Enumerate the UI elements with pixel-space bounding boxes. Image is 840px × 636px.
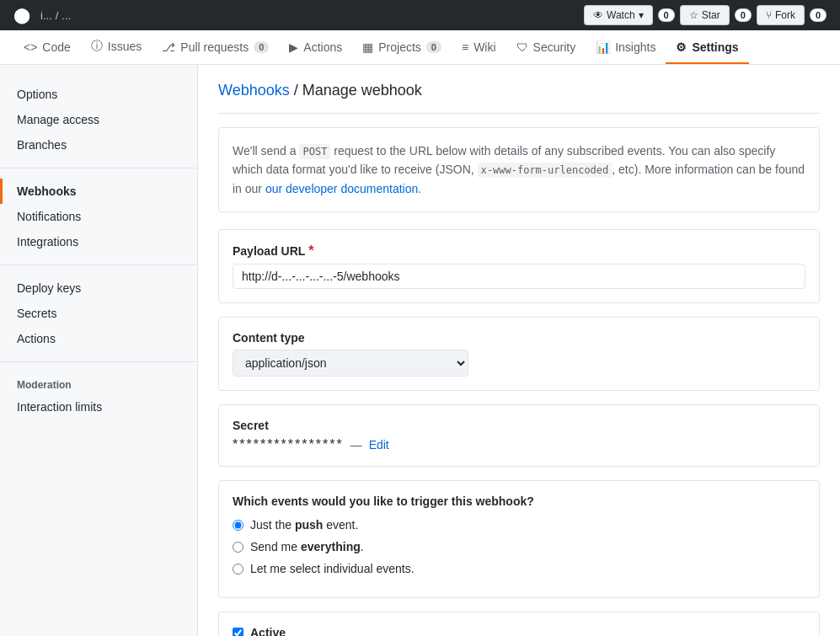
- required-indicator: *: [308, 243, 313, 259]
- fork-label: Fork: [775, 9, 795, 21]
- main-content: Webhooks / Manage webhook We'll send a P…: [198, 65, 840, 636]
- events-title: Which events would you like to trigger t…: [233, 494, 805, 508]
- nav-item-wiki[interactable]: ≡ Wiki: [452, 32, 506, 64]
- sidebar-item-options[interactable]: Options: [0, 82, 197, 107]
- secret-separator: —: [350, 438, 362, 452]
- secret-label: Secret: [233, 419, 805, 432]
- active-text: Active We will deliver event details whe…: [250, 626, 500, 636]
- actions-icon: ▶: [289, 40, 298, 54]
- nav-item-actions[interactable]: ▶ Actions: [279, 32, 352, 64]
- individual-radio[interactable]: [233, 564, 243, 575]
- sidebar-divider-2: [0, 265, 197, 265]
- active-row: Active We will deliver event details whe…: [233, 626, 805, 636]
- sidebar-item-secrets[interactable]: Secrets: [0, 301, 197, 326]
- webhooks-breadcrumb-link[interactable]: Webhooks: [218, 82, 290, 99]
- nav-item-insights[interactable]: 📊 Insights: [586, 32, 666, 64]
- content-type-section: Content type application/json applicatio…: [218, 317, 820, 391]
- watch-label: Watch: [607, 9, 635, 21]
- payload-url-section: Payload URL *: [218, 229, 820, 303]
- insights-icon: 📊: [596, 40, 610, 54]
- payload-url-label: Payload URL *: [233, 243, 805, 259]
- star-icon: ☆: [689, 9, 698, 21]
- moderation-section-label: Moderation: [0, 372, 197, 394]
- info-text-4: .: [418, 182, 421, 195]
- star-count: 0: [735, 8, 752, 22]
- pr-badge: 0: [254, 41, 269, 53]
- content-type-label: Content type: [233, 331, 805, 345]
- top-bar-actions: 👁 Watch ▾ 0 ☆ Star 0 ⑂ Fork 0: [584, 5, 827, 25]
- repo-nav: <> Code ⓘ Issues ⎇ Pull requests 0 ▶ Act…: [0, 30, 840, 65]
- active-checkbox[interactable]: [233, 628, 243, 636]
- sidebar-item-integrations[interactable]: Integrations: [0, 229, 197, 254]
- nav-item-security[interactable]: 🛡 Security: [506, 32, 586, 64]
- info-description: We'll send a POST request to the URL bel…: [218, 127, 820, 212]
- content-type-select[interactable]: application/json application/x-www-form-…: [233, 350, 468, 377]
- everything-label[interactable]: Send me everything.: [250, 540, 364, 553]
- breadcrumb: i... / ...: [40, 9, 71, 22]
- active-section: Active We will deliver event details whe…: [218, 612, 820, 636]
- wiki-icon: ≡: [462, 40, 468, 54]
- active-label: Active: [250, 626, 500, 636]
- event-option-just-push: Just the push event.: [233, 518, 805, 532]
- urlencoded-code: x-www-form-urlencoded: [478, 163, 613, 178]
- sidebar-item-interaction-limits[interactable]: Interaction limits: [0, 394, 197, 420]
- events-section: Which events would you like to trigger t…: [218, 480, 820, 598]
- watch-count: 0: [658, 8, 675, 22]
- secret-section: Secret **************** — Edit: [218, 404, 820, 467]
- settings-icon: ⚙: [676, 40, 687, 54]
- nav-item-issues[interactable]: ⓘ Issues: [81, 30, 152, 64]
- nav-item-settings[interactable]: ⚙ Settings: [666, 32, 748, 64]
- sidebar-item-deploy-keys[interactable]: Deploy keys: [0, 275, 197, 301]
- watch-button[interactable]: 👁 Watch ▾: [584, 5, 653, 25]
- secret-row: **************** — Edit: [233, 437, 805, 452]
- top-bar: ⬤ i... / ... 👁 Watch ▾ 0 ☆ Star 0 ⑂ Fork…: [0, 0, 840, 30]
- projects-badge: 0: [426, 41, 441, 53]
- pr-icon: ⎇: [162, 40, 175, 54]
- star-button[interactable]: ☆ Star: [680, 5, 730, 25]
- event-option-everything: Send me everything.: [233, 540, 805, 553]
- manage-webhook-title: Manage webhook: [302, 82, 422, 99]
- individual-label[interactable]: Let me select individual events.: [250, 562, 415, 575]
- security-icon: 🛡: [516, 40, 528, 54]
- nav-item-pull-requests[interactable]: ⎇ Pull requests 0: [152, 32, 279, 64]
- developer-docs-link[interactable]: our developer documentation: [265, 182, 418, 195]
- secret-edit-link[interactable]: Edit: [369, 438, 389, 452]
- post-code: POST: [299, 144, 330, 159]
- payload-url-input[interactable]: [233, 264, 805, 289]
- breadcrumb-sep: /: [294, 82, 302, 99]
- page-title: Webhooks / Manage webhook: [218, 82, 820, 114]
- sidebar-item-branches[interactable]: Branches: [0, 132, 197, 158]
- secret-dots: ****************: [233, 437, 344, 452]
- sidebar-item-actions[interactable]: Actions: [0, 326, 197, 351]
- fork-button[interactable]: ⑂ Fork: [757, 5, 805, 25]
- github-logo: ⬤: [13, 6, 30, 24]
- sidebar-item-webhooks[interactable]: Webhooks: [0, 179, 197, 204]
- sidebar-divider-3: [0, 361, 197, 362]
- sidebar-divider-1: [0, 168, 197, 168]
- breadcrumb-owner[interactable]: i...: [40, 9, 52, 22]
- star-label: Star: [702, 9, 720, 21]
- just-push-radio[interactable]: [233, 520, 243, 531]
- breadcrumb-repo[interactable]: ...: [62, 9, 71, 22]
- info-text-1: We'll send a: [233, 144, 299, 158]
- nav-item-projects[interactable]: ▦ Projects 0: [352, 32, 452, 64]
- everything-radio[interactable]: [233, 542, 243, 553]
- just-push-label[interactable]: Just the push event.: [250, 518, 358, 532]
- code-icon: <>: [24, 40, 37, 54]
- event-option-individual: Let me select individual events.: [233, 562, 805, 575]
- watch-icon: 👁: [593, 9, 603, 21]
- sidebar-item-notifications[interactable]: Notifications: [0, 204, 197, 229]
- nav-item-code[interactable]: <> Code: [13, 32, 81, 64]
- fork-count: 0: [810, 8, 827, 22]
- sidebar-item-manage-access[interactable]: Manage access: [0, 107, 197, 132]
- projects-icon: ▦: [362, 40, 373, 54]
- watch-icon-caret: ▾: [639, 9, 644, 21]
- issues-icon: ⓘ: [91, 39, 103, 54]
- settings-sidebar: Options Manage access Branches Webhooks …: [0, 65, 198, 636]
- fork-icon: ⑂: [766, 9, 772, 21]
- page-layout: Options Manage access Branches Webhooks …: [0, 65, 840, 636]
